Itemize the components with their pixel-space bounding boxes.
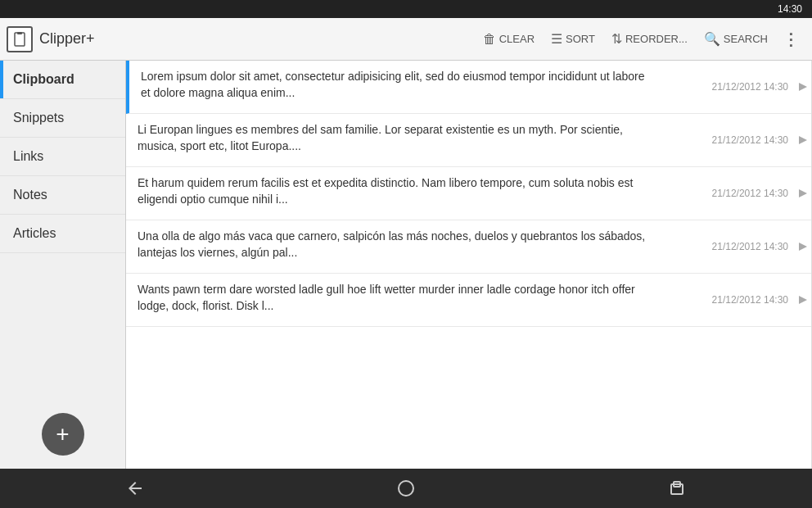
reorder-button[interactable]: ⇅ REORDER...	[603, 26, 696, 52]
app-title: Clipper+	[39, 30, 475, 48]
clip-date: 21/12/2012 14:30	[712, 294, 788, 306]
table-row[interactable]: Wants pawn term dare worsted ladle gull …	[126, 274, 811, 327]
clear-button[interactable]: 🗑 CLEAR	[475, 27, 543, 52]
clip-body: Wants pawn term dare worsted ladle gull …	[126, 274, 664, 326]
clip-text: Li Europan lingues es membres del sam fa…	[138, 122, 652, 154]
clip-body: Et harum quidem rerum facilis est et exp…	[126, 167, 664, 220]
clip-text: Wants pawn term dare worsted ladle gull …	[138, 282, 652, 314]
trash-icon: 🗑	[483, 32, 496, 47]
svg-rect-1	[17, 32, 22, 34]
svg-marker-3	[799, 136, 807, 144]
clip-date: 21/12/2012 14:30	[712, 134, 788, 146]
clip-arrow	[795, 61, 811, 113]
clipboard-icon	[12, 32, 27, 47]
sidebar-item-articles[interactable]: Articles	[0, 215, 125, 253]
clip-meta: 21/12/2012 14:30	[664, 167, 795, 220]
sort-icon: ☰	[551, 31, 562, 47]
clip-meta: 21/12/2012 14:30	[664, 61, 795, 113]
svg-marker-4	[799, 189, 807, 197]
clip-arrow	[795, 274, 811, 326]
sidebar: Clipboard Snippets Links Notes Articles …	[0, 61, 126, 469]
clip-text: Una olla de algo más vaca que carnero, s…	[138, 229, 652, 261]
clip-body: Lorem ipsum dolor sit amet, consectetur …	[129, 61, 664, 113]
svg-point-7	[399, 481, 413, 496]
toolbar: Clipper+ 🗑 CLEAR ☰ SORT ⇅ REORDER... 🔍 S…	[0, 18, 812, 61]
clip-text: Lorem ipsum dolor sit amet, consectetur …	[141, 69, 652, 101]
home-button[interactable]	[380, 472, 432, 505]
svg-marker-5	[799, 243, 807, 251]
recents-icon	[667, 479, 687, 498]
clip-meta: 21/12/2012 14:30	[664, 274, 795, 326]
back-button[interactable]	[109, 472, 161, 505]
search-icon: 🔍	[704, 31, 720, 47]
table-row[interactable]: Una olla de algo más vaca que carnero, s…	[126, 220, 811, 274]
clip-arrow	[795, 220, 811, 273]
clip-arrow	[795, 114, 811, 166]
clip-date: 21/12/2012 14:30	[712, 241, 788, 252]
status-bar: 14:30	[0, 0, 812, 18]
main-layout: Clipboard Snippets Links Notes Articles …	[0, 61, 812, 469]
table-row[interactable]: Li Europan lingues es membres del sam fa…	[126, 114, 811, 167]
clip-arrow	[795, 167, 811, 220]
clip-body: Una olla de algo más vaca que carnero, s…	[126, 220, 664, 273]
sidebar-item-clipboard[interactable]: Clipboard	[0, 61, 125, 99]
back-icon	[125, 479, 145, 498]
overflow-menu-button[interactable]: ⋮	[776, 25, 805, 54]
time: 14:30	[778, 3, 802, 15]
app-icon	[7, 26, 33, 52]
clip-body: Li Europan lingues es membres del sam fa…	[126, 114, 664, 166]
recents-button[interactable]	[651, 472, 703, 505]
search-button[interactable]: 🔍 SEARCH	[696, 26, 776, 52]
sidebar-item-snippets[interactable]: Snippets	[0, 99, 125, 138]
table-row[interactable]: Et harum quidem rerum facilis est et exp…	[126, 167, 811, 220]
clip-meta: 21/12/2012 14:30	[664, 114, 795, 166]
clip-date: 21/12/2012 14:30	[712, 81, 788, 93]
svg-marker-2	[799, 83, 807, 91]
home-icon	[396, 479, 416, 498]
clip-text: Et harum quidem rerum facilis est et exp…	[138, 175, 652, 207]
nav-bar	[0, 469, 812, 508]
sidebar-item-notes[interactable]: Notes	[0, 176, 125, 215]
svg-rect-0	[15, 33, 25, 46]
add-button[interactable]: +	[42, 413, 84, 456]
clip-meta: 21/12/2012 14:30	[664, 220, 795, 273]
clips-list[interactable]: Lorem ipsum dolor sit amet, consectetur …	[126, 61, 812, 469]
sort-button[interactable]: ☰ SORT	[543, 26, 603, 52]
clip-date: 21/12/2012 14:30	[712, 188, 788, 199]
table-row[interactable]: Lorem ipsum dolor sit amet, consectetur …	[126, 61, 811, 114]
reorder-icon: ⇅	[611, 31, 622, 47]
svg-marker-6	[799, 296, 807, 304]
sidebar-item-links[interactable]: Links	[0, 138, 125, 176]
